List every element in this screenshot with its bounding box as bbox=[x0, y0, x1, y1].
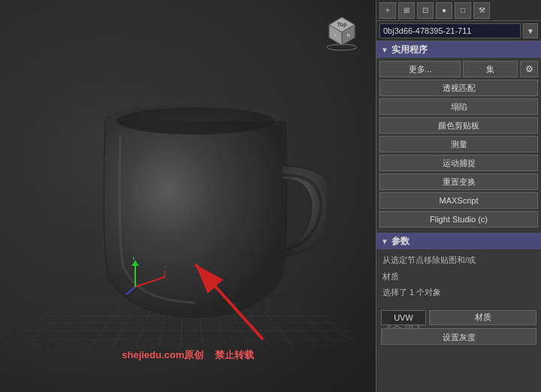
svg-text:Y: Y bbox=[131, 257, 137, 261]
svg-point-1 bbox=[116, 107, 274, 134]
utility-row-color-clipboard: 颜色剪贴板 bbox=[379, 117, 538, 134]
svg-text:F: F bbox=[334, 33, 337, 38]
mug-svg bbox=[56, 46, 327, 331]
params-bottom-area: 设解 shejiedu.com UVW 材质 设置灰度 bbox=[376, 307, 541, 349]
params-section-label: 参数 bbox=[391, 235, 410, 248]
utility-row-perspective: 透视匹配 bbox=[379, 80, 538, 96]
set-gray-button[interactable]: 设置灰度 bbox=[381, 328, 536, 345]
utility-section-label: 实用程序 bbox=[391, 44, 428, 56]
settings-icon-btn[interactable]: ⚙ bbox=[520, 61, 538, 77]
object-id-input[interactable] bbox=[379, 23, 521, 38]
toolbar-circle-icon[interactable]: ● bbox=[436, 2, 452, 19]
color-clipboard-button[interactable]: 颜色剪贴板 bbox=[379, 117, 538, 134]
object-id-dropdown[interactable]: ▼ bbox=[523, 23, 538, 38]
toolbar-square-icon[interactable]: □ bbox=[455, 2, 471, 19]
collapse-button[interactable]: 塌陷 bbox=[379, 98, 538, 115]
object-id-row: ▼ bbox=[376, 21, 541, 41]
flight-studio-button[interactable]: Flight Studio (c) bbox=[379, 211, 538, 228]
motion-capture-button[interactable]: 运动捕捉 bbox=[379, 155, 538, 171]
svg-marker-5 bbox=[131, 261, 139, 266]
reset-transform-button[interactable]: 重置变换 bbox=[379, 173, 538, 190]
utility-row-motion-capture: 运动捕捉 bbox=[379, 155, 538, 171]
viewport[interactable]: X Y Z bbox=[0, 0, 376, 392]
params-content: 从选定节点移除贴图和/或 材质 选择了 1 个对象 bbox=[376, 249, 541, 307]
measure-button[interactable]: 测量 bbox=[379, 136, 538, 152]
uvw-input[interactable]: UVW bbox=[381, 310, 426, 325]
svg-text:X: X bbox=[164, 264, 165, 273]
right-panel: + ⊞ ⊡ ● □ ⚒ ▼ ▼ 实用程序 更多... 集 ⚙ bbox=[376, 0, 541, 392]
toolbar-add-icon[interactable]: + bbox=[379, 2, 396, 19]
perspective-match-button[interactable]: 透视匹配 bbox=[379, 80, 538, 96]
main-container: X Y Z bbox=[0, 0, 541, 392]
uvw-material-row: UVW 材质 bbox=[381, 310, 536, 325]
more-button[interactable]: 更多... bbox=[379, 61, 461, 77]
utility-row-maxscript: MAXScript bbox=[379, 192, 538, 209]
params-description-line1: 从选定节点移除贴图和/或 bbox=[382, 254, 535, 267]
watermark: shejiedu.com原创 禁止转载 bbox=[122, 348, 254, 362]
utility-row-measure: 测量 bbox=[379, 136, 538, 152]
toolbar-layers-icon[interactable]: ⊡ bbox=[417, 2, 434, 19]
axis-indicator: X Y Z bbox=[120, 257, 165, 294]
viewport-cube[interactable]: Top R F bbox=[323, 11, 361, 49]
svg-text:Z: Z bbox=[120, 293, 125, 294]
utility-row-1: 更多... 集 ⚙ bbox=[379, 61, 538, 77]
params-selected-count: 选择了 1 个对象 bbox=[382, 286, 535, 300]
toolbar-tools-icon[interactable]: ⚒ bbox=[473, 2, 490, 19]
mug-container bbox=[23, 15, 361, 362]
params-section-header[interactable]: ▼ 参数 bbox=[376, 233, 541, 249]
panel-toolbar: + ⊞ ⊡ ● □ ⚒ bbox=[376, 0, 541, 21]
material-button[interactable]: 材质 bbox=[429, 310, 536, 325]
svg-text:Top: Top bbox=[337, 22, 346, 28]
params-arrow-icon: ▼ bbox=[381, 237, 388, 246]
params-description-line2: 材质 bbox=[382, 270, 535, 284]
toolbar-grid-icon[interactable]: ⊞ bbox=[398, 2, 415, 19]
maxscript-button[interactable]: MAXScript bbox=[379, 192, 538, 209]
svg-line-2 bbox=[135, 276, 165, 287]
utility-arrow-icon: ▼ bbox=[381, 46, 388, 54]
utility-row-flight-studio: Flight Studio (c) bbox=[379, 211, 538, 228]
utility-grid: 更多... 集 ⚙ 透视匹配 塌陷 颜色剪贴板 测量 运动捕捉 重置变换 bbox=[376, 58, 541, 233]
viewport-background: X Y Z bbox=[0, 0, 376, 392]
watermark-site: shejiedu.com原创 bbox=[122, 349, 204, 360]
utility-row-reset-transform: 重置变换 bbox=[379, 173, 538, 190]
utility-section-header[interactable]: ▼ 实用程序 bbox=[376, 41, 541, 58]
set-button[interactable]: 集 bbox=[463, 61, 518, 77]
utility-row-collapse: 塌陷 bbox=[379, 98, 538, 115]
watermark-notice: 禁止转载 bbox=[215, 349, 254, 360]
uvw-label: UVW bbox=[394, 313, 413, 322]
svg-text:R: R bbox=[347, 33, 351, 38]
